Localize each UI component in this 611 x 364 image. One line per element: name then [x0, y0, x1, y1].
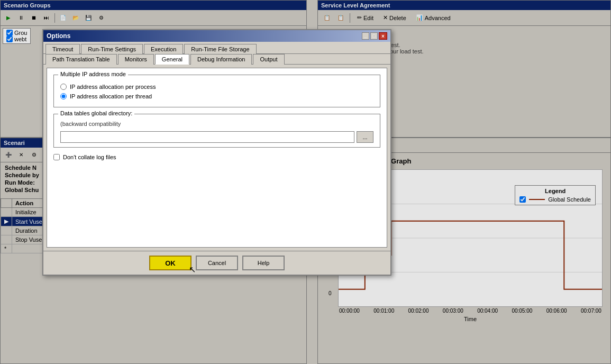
radio-thread-label: IP address allocation per thread: [70, 93, 152, 99]
tabs-row2: Path Translation Table Monitors General …: [45, 54, 286, 64]
ok-button[interactable]: OK: [149, 256, 191, 270]
dialog-title: Options: [47, 32, 70, 40]
maximize-btn[interactable]: □: [370, 32, 378, 40]
ok-btn-wrapper: OK ↖: [149, 256, 191, 270]
tab-general[interactable]: General: [155, 54, 189, 65]
dialog-overlay: Options _ □ × Timeout Run-Time Settings …: [0, 0, 611, 364]
path-input[interactable]: [60, 131, 354, 143]
dialog-title-controls: _ □ ×: [362, 32, 387, 40]
data-tables-title: Data tables global directory:: [58, 110, 134, 116]
dialog-tabs: Timeout Run-Time Settings Execution Run-…: [43, 42, 390, 54]
browse-btn[interactable]: ...: [357, 131, 373, 143]
radio-item-process: IP address allocation per process: [60, 84, 373, 90]
tab-monitors[interactable]: Monitors: [118, 54, 154, 65]
data-tables-subtitle: (backward compatibility: [60, 121, 373, 127]
collate-log-checkbox[interactable]: [53, 154, 60, 160]
cancel-button[interactable]: Cancel: [196, 256, 238, 270]
tab-debug-info[interactable]: Debug Information: [190, 54, 252, 65]
tab-runtime-file-storage[interactable]: Run-Time File Storage: [184, 44, 256, 54]
collate-log-checkbox-item: Don't collate log files: [53, 154, 380, 160]
tab-runtime-settings[interactable]: Run-Time Settings: [81, 44, 143, 54]
dialog-tabs-row2: Path Translation Table Monitors General …: [43, 54, 390, 65]
path-row: ...: [60, 131, 373, 143]
dialog-footer: OK ↖ Cancel Help: [43, 251, 390, 275]
help-button[interactable]: Help: [242, 256, 285, 270]
data-tables-group: Data tables global directory: (backward …: [53, 114, 380, 148]
mouse-cursor-icon: ↖: [189, 265, 196, 275]
radio-group: IP address allocation per process IP add…: [60, 84, 373, 99]
dialog-content: Multiple IP address mode IP address allo…: [47, 68, 387, 248]
radio-item-thread: IP address allocation per thread: [60, 93, 373, 99]
multiple-ip-title: Multiple IP address mode: [58, 71, 128, 77]
tab-execution[interactable]: Execution: [144, 44, 183, 54]
multiple-ip-group: Multiple IP address mode IP address allo…: [53, 75, 380, 107]
collate-log-label: Don't collate log files: [63, 154, 116, 160]
radio-thread[interactable]: [60, 93, 67, 99]
tab-path-translation[interactable]: Path Translation Table: [45, 54, 117, 65]
dialog-titlebar: Options _ □ ×: [43, 30, 390, 42]
tab-timeout[interactable]: Timeout: [45, 44, 80, 54]
minimize-btn[interactable]: _: [362, 32, 369, 40]
close-btn[interactable]: ×: [379, 32, 387, 40]
radio-process-label: IP address allocation per process: [70, 84, 156, 90]
tabs-row1: Timeout Run-Time Settings Execution Run-…: [45, 44, 258, 53]
tab-output[interactable]: Output: [253, 54, 284, 65]
radio-process[interactable]: [60, 84, 67, 90]
options-dialog: Options _ □ × Timeout Run-Time Settings …: [42, 29, 391, 276]
